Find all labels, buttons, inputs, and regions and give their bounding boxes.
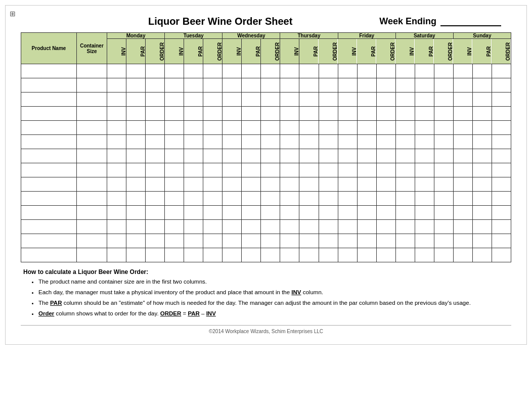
cell-thu-par-8[interactable]	[299, 177, 319, 192]
cell-product-0[interactable]	[21, 64, 77, 78]
cell-fri-order-5[interactable]	[376, 135, 395, 149]
cell-sun-inv-8[interactable]	[453, 177, 472, 192]
cell-mon-inv-4[interactable]	[107, 121, 126, 135]
cell-sun-order-11[interactable]	[492, 220, 511, 234]
cell-sat-inv-4[interactable]	[395, 121, 415, 135]
cell-mon-par-9[interactable]	[126, 192, 146, 206]
cell-mon-order-13[interactable]	[146, 248, 165, 262]
cell-mon-order-4[interactable]	[146, 121, 165, 135]
cell-sun-order-8[interactable]	[492, 177, 511, 192]
cell-thu-par-2[interactable]	[299, 93, 319, 107]
cell-fri-inv-7[interactable]	[338, 163, 357, 177]
cell-wed-inv-2[interactable]	[223, 93, 242, 107]
cell-wed-par-9[interactable]	[242, 192, 261, 206]
cell-container-1[interactable]	[77, 78, 107, 93]
cell-sat-par-5[interactable]	[415, 135, 434, 149]
cell-fri-par-2[interactable]	[357, 93, 376, 107]
add-icon[interactable]: ⊞	[10, 10, 16, 18]
cell-wed-inv-9[interactable]	[223, 192, 242, 206]
cell-sat-order-6[interactable]	[434, 149, 453, 163]
cell-sun-par-5[interactable]	[472, 135, 492, 149]
cell-sun-par-6[interactable]	[472, 149, 492, 163]
table-row[interactable]	[21, 78, 511, 93]
cell-tue-par-6[interactable]	[184, 149, 203, 163]
cell-mon-inv-12[interactable]	[107, 234, 126, 248]
cell-thu-par-13[interactable]	[299, 248, 319, 262]
cell-sat-par-1[interactable]	[415, 78, 434, 93]
cell-mon-order-11[interactable]	[146, 220, 165, 234]
cell-fri-inv-9[interactable]	[338, 192, 357, 206]
cell-sun-inv-7[interactable]	[453, 163, 472, 177]
cell-wed-par-12[interactable]	[242, 234, 261, 248]
cell-sat-inv-12[interactable]	[395, 234, 415, 248]
cell-sat-order-5[interactable]	[434, 135, 453, 149]
cell-wed-order-11[interactable]	[261, 220, 280, 234]
cell-mon-par-13[interactable]	[126, 248, 146, 262]
cell-thu-inv-1[interactable]	[280, 78, 299, 93]
cell-wed-inv-1[interactable]	[223, 78, 242, 93]
cell-sun-par-8[interactable]	[472, 177, 492, 192]
cell-wed-inv-13[interactable]	[223, 248, 242, 262]
cell-mon-order-6[interactable]	[146, 149, 165, 163]
table-row[interactable]	[21, 135, 511, 149]
cell-mon-order-9[interactable]	[146, 192, 165, 206]
cell-tue-inv-4[interactable]	[165, 121, 184, 135]
table-row[interactable]	[21, 163, 511, 177]
cell-thu-order-2[interactable]	[319, 93, 338, 107]
cell-wed-order-0[interactable]	[261, 64, 280, 78]
cell-mon-order-10[interactable]	[146, 206, 165, 220]
cell-mon-order-2[interactable]	[146, 93, 165, 107]
cell-tue-inv-1[interactable]	[165, 78, 184, 93]
cell-tue-par-8[interactable]	[184, 177, 203, 192]
cell-fri-order-12[interactable]	[376, 234, 395, 248]
cell-thu-par-7[interactable]	[299, 163, 319, 177]
cell-wed-par-3[interactable]	[242, 107, 261, 121]
cell-thu-order-12[interactable]	[319, 234, 338, 248]
cell-sun-inv-1[interactable]	[453, 78, 472, 93]
cell-mon-par-10[interactable]	[126, 206, 146, 220]
cell-thu-order-10[interactable]	[319, 206, 338, 220]
cell-fri-par-4[interactable]	[357, 121, 376, 135]
cell-fri-par-12[interactable]	[357, 234, 376, 248]
cell-sun-order-3[interactable]	[492, 107, 511, 121]
cell-fri-inv-5[interactable]	[338, 135, 357, 149]
cell-mon-inv-3[interactable]	[107, 107, 126, 121]
cell-sat-inv-7[interactable]	[395, 163, 415, 177]
cell-tue-inv-8[interactable]	[165, 177, 184, 192]
cell-mon-par-1[interactable]	[126, 78, 146, 93]
cell-thu-order-7[interactable]	[319, 163, 338, 177]
cell-wed-inv-11[interactable]	[223, 220, 242, 234]
cell-sat-par-7[interactable]	[415, 163, 434, 177]
cell-mon-par-7[interactable]	[126, 163, 146, 177]
cell-sun-inv-11[interactable]	[453, 220, 472, 234]
cell-wed-order-10[interactable]	[261, 206, 280, 220]
cell-sun-par-10[interactable]	[472, 206, 492, 220]
cell-thu-order-3[interactable]	[319, 107, 338, 121]
cell-tue-inv-11[interactable]	[165, 220, 184, 234]
cell-tue-order-7[interactable]	[203, 163, 223, 177]
cell-mon-par-4[interactable]	[126, 121, 146, 135]
cell-sat-par-13[interactable]	[415, 248, 434, 262]
cell-mon-par-12[interactable]	[126, 234, 146, 248]
cell-sun-par-9[interactable]	[472, 192, 492, 206]
cell-sat-order-4[interactable]	[434, 121, 453, 135]
cell-thu-par-6[interactable]	[299, 149, 319, 163]
cell-tue-order-6[interactable]	[203, 149, 223, 163]
cell-wed-inv-3[interactable]	[223, 107, 242, 121]
cell-wed-par-2[interactable]	[242, 93, 261, 107]
cell-sat-inv-2[interactable]	[395, 93, 415, 107]
cell-thu-par-1[interactable]	[299, 78, 319, 93]
cell-mon-par-8[interactable]	[126, 177, 146, 192]
cell-thu-inv-6[interactable]	[280, 149, 299, 163]
cell-mon-order-3[interactable]	[146, 107, 165, 121]
cell-sun-inv-5[interactable]	[453, 135, 472, 149]
cell-sat-par-2[interactable]	[415, 93, 434, 107]
cell-tue-order-13[interactable]	[203, 248, 223, 262]
cell-container-0[interactable]	[77, 64, 107, 78]
cell-wed-par-7[interactable]	[242, 163, 261, 177]
cell-mon-inv-0[interactable]	[107, 64, 126, 78]
cell-container-3[interactable]	[77, 107, 107, 121]
cell-mon-order-0[interactable]	[146, 64, 165, 78]
cell-fri-par-8[interactable]	[357, 177, 376, 192]
cell-sat-inv-1[interactable]	[395, 78, 415, 93]
